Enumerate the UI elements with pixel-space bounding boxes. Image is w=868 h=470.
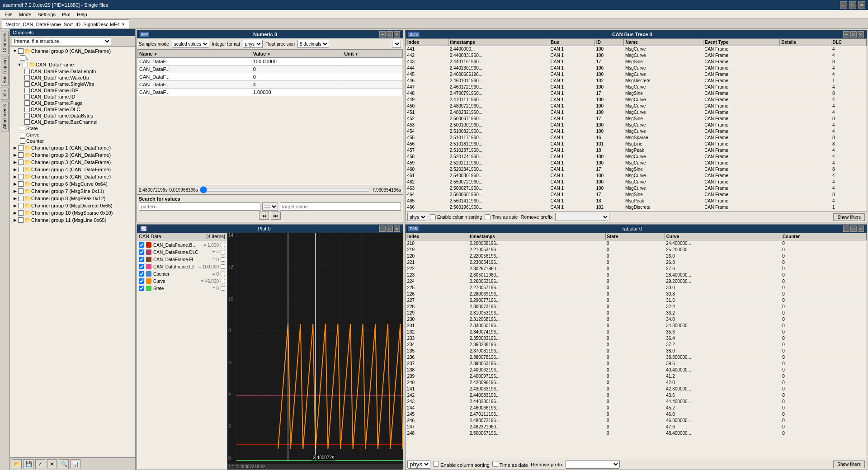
- tree-item-group7[interactable]: ▶ 📁 Channel group 7 (MsgSine 0x11): [11, 188, 134, 195]
- tree-item-state[interactable]: State: [11, 125, 134, 132]
- plot-channel-checkbox[interactable]: [139, 278, 144, 284]
- canbus-close[interactable]: ✕: [858, 31, 864, 38]
- expander-group8[interactable]: ▶: [13, 196, 17, 201]
- numeric-minimize[interactable]: ─: [379, 31, 386, 38]
- tree-item-group9[interactable]: ▶ 📁 Channel group 9 (MsgDiscrete 0x66): [11, 202, 134, 209]
- canbus-prefix-select[interactable]: [555, 213, 609, 221]
- canbus-row[interactable]: 4532.5001001960...CAN 1100MsgCurveCAN Fr…: [406, 122, 867, 128]
- tabular-row[interactable]: 2312.330060196...034.800000...0: [406, 323, 867, 329]
- tree-item-group8[interactable]: ▶ 📁 Channel group 8 (MsgPeak 0x12): [11, 195, 134, 202]
- canbus-enable-sorting-checkbox[interactable]: [430, 214, 436, 220]
- canbus-row[interactable]: 4522.5000671960...CAN 117MsgSineCAN Fram…: [406, 116, 867, 122]
- time-slider[interactable]: [200, 187, 371, 193]
- checkbox-group5[interactable]: [18, 174, 24, 179]
- plot-restore[interactable]: □: [387, 226, 393, 232]
- samples-mode-select[interactable]: scaled values: [172, 40, 209, 48]
- numeric-row[interactable]: CAN_DataF...0: [137, 66, 403, 73]
- sidebar-info[interactable]: Info: [1, 88, 9, 100]
- checkbox-group2[interactable]: [18, 152, 24, 158]
- tree-item-group0[interactable]: ▼ 📁 Channel group 0 (CAN_DataFrame): [11, 47, 134, 55]
- channels-dropdown[interactable]: Internal file structure: [12, 37, 111, 45]
- tabular-row[interactable]: 2392.400097196...041.20: [406, 373, 867, 380]
- plot-channel-item[interactable]: Counter = 0: [138, 270, 226, 277]
- checkbox-group10[interactable]: [18, 210, 24, 216]
- canbus-row[interactable]: 4582.5201741960...CAN 1100MsgCurveCAN Fr…: [406, 154, 867, 160]
- open-button[interactable]: 📂: [12, 459, 22, 469]
- canbus-row[interactable]: 4452.4600666196...CAN 1100MsgCurveCAN Fr…: [406, 71, 867, 78]
- tree-item-counter[interactable]: Counter: [11, 138, 134, 144]
- tabular-row[interactable]: 2362.380078196...038.800000...0: [406, 354, 867, 361]
- expander-group11[interactable]: ▶: [13, 218, 17, 222]
- chart-area[interactable]: 2.480072s 14 12 10 8 6 4 2 0: [227, 233, 403, 470]
- tabular-close[interactable]: ✕: [858, 226, 864, 232]
- tree-item-flags[interactable]: CAN_DataFrame.Flags: [11, 100, 134, 106]
- numeric-restore[interactable]: □: [387, 31, 393, 38]
- checkbox-group11[interactable]: [18, 217, 24, 223]
- tree-item-buschannel[interactable]: CAN_DataFrame.BusChannel: [11, 119, 134, 125]
- tree-item-group6[interactable]: ▶ 📁 Channel group 6 (MsgCurve 0x64): [11, 180, 134, 188]
- plot-minimize[interactable]: ─: [379, 226, 386, 232]
- checkbox-databytes[interactable]: [24, 113, 30, 118]
- sidebar-bus-logging[interactable]: Bus Logging: [1, 56, 9, 86]
- tree-item-group4[interactable]: ▶ 📁 Channel group 4 (CAN_DataFrame): [11, 166, 134, 173]
- tabular-minimize[interactable]: ─: [843, 226, 849, 232]
- close-button[interactable]: ✕: [858, 1, 865, 9]
- numeric-row[interactable]: CAN_DataF...100.00000: [137, 58, 403, 66]
- tree-item-singlewire[interactable]: CAN_DataFrame.SingleWire: [11, 81, 134, 87]
- checkbox-group3[interactable]: [18, 160, 24, 165]
- checkbox-group8[interactable]: [18, 196, 24, 201]
- integer-format-select[interactable]: phys: [243, 40, 263, 48]
- plot-channel-extra-checkbox[interactable]: [221, 279, 225, 283]
- tabular-row[interactable]: 2302.312068196...034.00: [406, 316, 867, 323]
- plot-channel-checkbox[interactable]: [139, 257, 144, 262]
- canbus-row[interactable]: 4652.5601411960...CAN 118MsgPeakCAN Fram…: [406, 198, 867, 204]
- tabular-row[interactable]: 2272.290077196...031.60: [406, 297, 867, 304]
- checkbox-group0[interactable]: [18, 48, 24, 54]
- checkbox-group9[interactable]: [18, 203, 24, 208]
- canbus-row[interactable]: 4462.4601011960...CAN 1102MsgDiscreteCAN…: [406, 78, 867, 84]
- canbus-row[interactable]: 4642.5600601960...CAN 117MsgSineCAN Fram…: [406, 192, 867, 198]
- tree-item-candataframe[interactable]: ▼ 📁 CAN_DataFrame: [11, 61, 134, 68]
- tree-item-wakeup[interactable]: CAN_DataFrame.WakeUp: [11, 75, 134, 81]
- checkbox-wakeup[interactable]: [24, 75, 30, 80]
- expander-group2[interactable]: ▶: [13, 153, 17, 157]
- canbus-row[interactable]: 4572.5102371960...CAN 118MsgPeakCAN Fram…: [406, 147, 867, 154]
- tree-item-t[interactable]: t: [11, 55, 134, 61]
- expander-group1[interactable]: ▶: [13, 146, 17, 150]
- tabular-row[interactable]: 2222.302671960...027.60: [406, 266, 867, 272]
- menu-settings[interactable]: Settings: [35, 11, 58, 18]
- canbus-row[interactable]: 4422.4400831960...CAN 1100MsgCurveCAN Fr…: [406, 52, 867, 59]
- numeric-row[interactable]: CAN_DataF...4: [137, 81, 403, 89]
- canbus-time-as-date-checkbox[interactable]: [485, 214, 491, 220]
- check-button[interactable]: ✓: [35, 459, 45, 469]
- tree-item-dlc[interactable]: CAN_DataFrame.DLC: [11, 106, 134, 113]
- expander-group9[interactable]: ▶: [13, 203, 17, 208]
- canbus-row[interactable]: 4622.5500721960...CAN 1100MsgCurveCAN Fr…: [406, 179, 867, 185]
- tree-item-group11[interactable]: ▶ 📁 Channel group 11 (MsgLine 0x65): [11, 216, 134, 224]
- tabular-row[interactable]: 2332.350083196...036.40: [406, 335, 867, 342]
- tree-item-group1[interactable]: ▶ 📁 Channel group 1 (CAN_DataFrame): [11, 144, 134, 151]
- checkbox-datalength[interactable]: [24, 69, 30, 74]
- plot-channel-item[interactable]: State = 0: [138, 285, 226, 292]
- canbus-row[interactable]: 4512.4802321960...CAN 1100MsgCurveCAN Fr…: [406, 109, 867, 116]
- canbus-row[interactable]: 4542.5100821960...CAN 1100MsgCurveCAN Fr…: [406, 128, 867, 135]
- search-button[interactable]: 🔍: [59, 459, 69, 469]
- canbus-phys-select[interactable]: phys: [407, 213, 427, 221]
- tabular-restore[interactable]: □: [850, 226, 857, 232]
- tabular-row[interactable]: 2282.300073196...032.40: [406, 304, 867, 310]
- tabular-row[interactable]: 2422.440083196...043.60: [406, 392, 867, 399]
- plot-close[interactable]: ✕: [394, 226, 400, 232]
- tabular-row[interactable]: 2292.310053196...033.20: [406, 310, 867, 316]
- expander-group0[interactable]: ▼: [13, 49, 17, 53]
- canbus-row[interactable]: 4592.5202111960...CAN 1100MsgCurveCAN Fr…: [406, 160, 867, 166]
- graph-button[interactable]: 📊: [71, 459, 80, 469]
- tabular-row[interactable]: 2482.500067196...048.400000...0: [406, 430, 867, 437]
- col-name[interactable]: Name: [137, 50, 251, 58]
- canbus-row[interactable]: 4492.4701111960...CAN 1100MsgCurveCAN Fr…: [406, 97, 867, 103]
- tree-item-datalength[interactable]: CAN_DataFrame.DataLength: [11, 68, 134, 75]
- checkbox-singlewire[interactable]: [24, 81, 30, 87]
- search-next-button[interactable]: ⏭: [271, 212, 281, 220]
- tabular-row[interactable]: 2252.270057196...030.00: [406, 285, 867, 291]
- plot-channel-extra-checkbox[interactable]: [221, 264, 225, 269]
- checkbox-ide[interactable]: [24, 88, 30, 93]
